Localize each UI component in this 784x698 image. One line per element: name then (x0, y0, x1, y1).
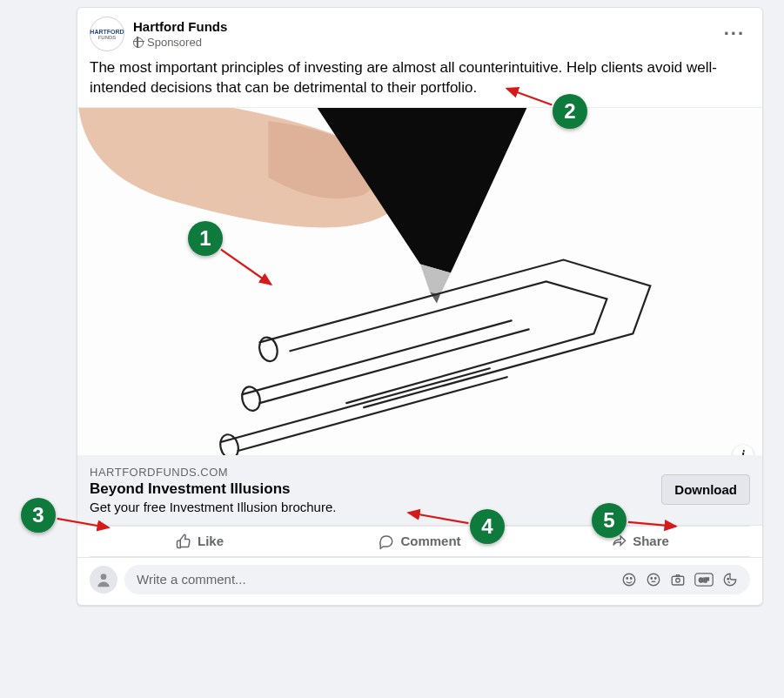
svg-point-10 (631, 578, 633, 580)
annotation-badge-2: 2 (553, 94, 587, 129)
comment-input[interactable]: Write a comment... GIF (124, 565, 750, 594)
link-description: Get your free Investment Illusion brochu… (90, 500, 651, 514)
post-actions-row: Like Comment Share (90, 526, 750, 556)
link-preview-box[interactable]: HARTFORDFUNDS.COM Beyond Investment Illu… (77, 455, 762, 526)
share-label: Share (633, 534, 669, 548)
post-body-text: The most important principles of investi… (77, 57, 762, 107)
comment-composer-row: Write a comment... GIF (77, 557, 762, 605)
sponsored-label[interactable]: Sponsored (147, 36, 202, 49)
svg-point-7 (101, 574, 107, 580)
svg-point-18 (727, 578, 729, 580)
annotation-badge-4: 4 (470, 509, 505, 544)
gif-icon[interactable]: GIF (694, 572, 714, 587)
user-avatar[interactable] (90, 566, 117, 594)
svg-text:GIF: GIF (699, 577, 709, 583)
annotation-badge-1: 1 (188, 221, 223, 256)
logo-text-2: FUNDS (98, 35, 117, 40)
svg-point-8 (623, 574, 635, 586)
annotation-badge-3: 3 (21, 498, 56, 533)
illusion-drawing-svg (77, 108, 762, 455)
svg-point-12 (651, 578, 653, 580)
comment-placeholder: Write a comment... (137, 572, 246, 587)
link-domain: HARTFORDFUNDS.COM (90, 466, 651, 479)
svg-point-13 (655, 578, 657, 580)
camera-icon[interactable] (670, 572, 686, 587)
thumbs-up-icon (176, 534, 191, 549)
avatar-sticker-icon[interactable] (621, 572, 637, 587)
speech-bubble-icon (379, 534, 394, 549)
page-name-link[interactable]: Hartford Funds (133, 19, 719, 34)
logo-text-1: HARTFORD (90, 29, 124, 35)
person-icon (95, 571, 112, 588)
link-headline: Beyond Investment Illusions (90, 480, 651, 498)
svg-point-11 (647, 574, 660, 586)
sponsored-row: Sponsored (133, 36, 719, 49)
link-text-block: HARTFORDFUNDS.COM Beyond Investment Illu… (90, 466, 651, 514)
post-header: HARTFORD FUNDS Hartford Funds Sponsored … (77, 8, 762, 57)
comment-label: Comment (400, 534, 460, 548)
annotation-badge-5: 5 (592, 503, 627, 538)
post-image[interactable]: i (77, 107, 762, 455)
more-options-button[interactable]: ··· (719, 19, 750, 49)
emoji-icon[interactable] (646, 572, 661, 587)
share-button[interactable]: Share (530, 527, 750, 556)
svg-rect-14 (672, 576, 684, 585)
header-text-block: Hartford Funds Sponsored (133, 19, 719, 49)
globe-icon (133, 37, 144, 48)
facebook-post-card: HARTFORD FUNDS Hartford Funds Sponsored … (77, 7, 763, 606)
like-button[interactable]: Like (90, 527, 310, 556)
page-logo[interactable]: HARTFORD FUNDS (90, 17, 124, 51)
comment-tool-icons: GIF (621, 572, 738, 587)
svg-point-9 (627, 578, 628, 580)
svg-point-15 (676, 578, 680, 582)
like-label: Like (198, 534, 224, 548)
sticker-icon[interactable] (722, 572, 738, 587)
cta-download-button[interactable]: Download (661, 474, 750, 505)
